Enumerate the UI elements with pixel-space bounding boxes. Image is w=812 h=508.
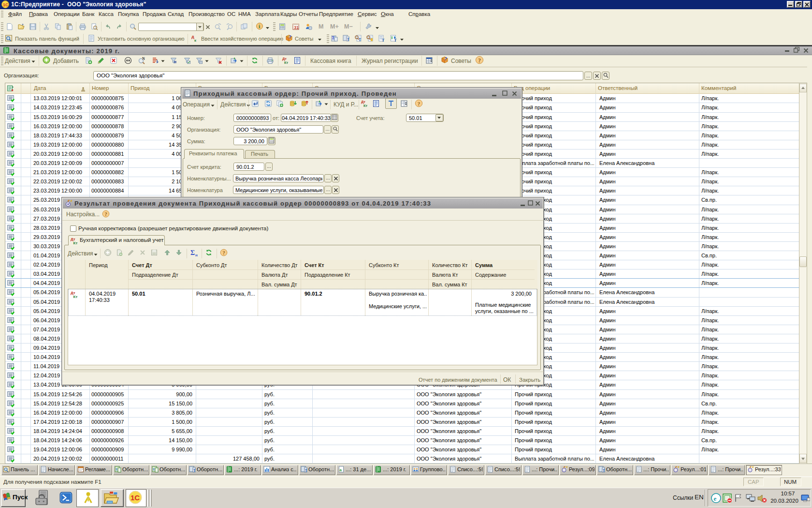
svg-text:1С: 1С [130,493,140,502]
svg-text:?: ? [105,211,107,217]
svg-text:Кт: Кт [73,241,78,245]
svg-text:н: н [195,253,198,257]
svg-text:T: T [347,37,350,42]
svg-text:T: T [305,468,307,473]
svg-text:31: 31 [294,25,299,30]
svg-text:i: i [259,24,260,29]
svg-text:T: T [359,38,361,42]
svg-text:e: e [714,495,717,502]
svg-text:Кт: Кт [284,60,289,64]
svg-text:к: к [194,38,197,42]
svg-text:?: ? [223,250,225,255]
svg-text:1С: 1С [3,2,9,7]
svg-text:а: а [340,468,342,472]
svg-text:Σ: Σ [190,249,195,256]
svg-text:?: ? [418,101,420,106]
svg-text:?: ? [478,58,481,63]
svg-text:?: ? [289,34,291,40]
svg-text:Кт: Кт [363,104,368,107]
svg-text:T: T [603,468,605,473]
svg-text:?: ? [445,56,447,61]
svg-text:Σ: Σ [116,467,118,471]
svg-text:T: T [394,38,397,43]
svg-text:Σ: Σ [153,467,155,471]
svg-text:N: N [142,57,145,61]
svg-text:T: T [193,468,196,473]
svg-text:T: T [382,38,385,43]
